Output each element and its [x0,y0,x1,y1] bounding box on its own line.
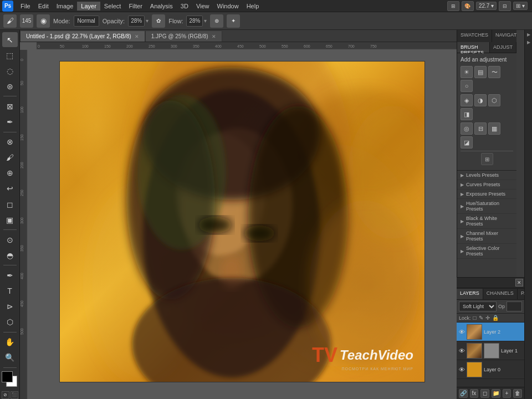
exposure-icon[interactable]: ○ [461,80,473,92]
eyedropper-tool[interactable]: ✒ [2,115,18,130]
layer-item-0[interactable]: 👁 Layer 0 [457,360,524,379]
curves-icon[interactable]: 〜 [488,66,500,78]
brightness-contrast-icon[interactable]: ☀ [461,66,473,78]
zoom-tool[interactable]: 🔍 [2,350,18,365]
zoom-dropdown[interactable]: 22.7 ▾ [476,2,497,10]
flow-arrow[interactable]: ▾ [204,18,207,24]
preset-selective-color[interactable]: ▶ Selective Color Presets [457,244,516,259]
color-lookup-icon[interactable]: ▦ [488,122,500,135]
canvas-tab-secondary[interactable]: 1.JPG @ 25% (RGB/8) ✕ [145,30,222,42]
layout-dropdown[interactable]: ⊞ ▾ [513,2,528,10]
black-white-icon[interactable]: ◨ [461,108,473,120]
brush-size-icon[interactable]: 145 [20,14,33,28]
preset-bw[interactable]: ▶ Black & White Presets [457,214,516,229]
shape-tool[interactable]: ⬡ [2,315,18,330]
invert-icon[interactable]: ◪ [461,136,473,149]
preset-hue-sat[interactable]: ▶ Hue/Saturation Presets [457,199,516,214]
dodge-tool[interactable]: ◓ [2,248,18,263]
photo-filter-icon[interactable]: ◎ [461,122,473,135]
layer-item-2[interactable]: 👁 Layer 2 [457,323,524,341]
quick-select-tool[interactable]: ⊛ [2,79,18,94]
side-collapse-mid-btn[interactable]: ▶ [525,40,532,47]
marquee-tool[interactable]: ⬚ [2,48,18,63]
tab-layers[interactable]: LAYERS [457,289,483,299]
new-layer-btn[interactable]: + [503,389,511,398]
tab-swatches[interactable]: SWATCHES [457,30,492,42]
adj-icon-1[interactable]: ⊞ [481,153,493,165]
layer-0-eye[interactable]: 👁 [459,366,465,373]
add-style-btn[interactable]: fx [470,389,479,398]
brush-hardness-icon[interactable]: ◉ [37,14,50,28]
menu-filter[interactable]: Filter [125,2,146,11]
vibrance-icon[interactable]: ◈ [461,94,473,106]
brush-preset-icon-btn[interactable]: ⊞ [447,1,459,11]
blur-tool[interactable]: ⊙ [2,232,18,247]
menu-layer[interactable]: Layer [77,2,100,11]
tab-navigator[interactable]: NAVIGATOR [492,30,516,42]
opacity-input[interactable] [128,16,145,27]
airbrush-icon[interactable]: ✿ [152,14,165,28]
lock-image-icon[interactable]: ✎ [479,315,483,321]
preset-exposure[interactable]: ▶ Exposure Presets [457,190,516,199]
panel-close-btn[interactable]: ✕ [515,279,523,287]
channel-mixer-icon[interactable]: ⊟ [474,122,487,135]
menu-image[interactable]: Image [53,2,78,11]
type-tool[interactable]: T [2,284,18,299]
quick-mask-icon[interactable]: ⊘ [2,391,9,399]
opacity-arrow[interactable]: ▾ [146,18,149,24]
link-layers-btn[interactable]: 🔗 [459,389,468,398]
tab-channels[interactable]: CHANNELS [483,289,518,299]
tab-adjust[interactable]: ADJUST [490,42,516,53]
levels-icon[interactable]: ▤ [474,66,487,78]
menu-view[interactable]: View [192,2,213,11]
foreground-color-swatch[interactable] [2,371,13,382]
pen-tool[interactable]: ✒ [2,268,18,283]
menu-analysis[interactable]: Analysis [146,2,177,11]
menu-window[interactable]: Window [213,2,243,11]
clone-icon[interactable]: ✦ [227,14,240,28]
canvas-tab-close-secondary[interactable]: ✕ [212,34,216,39]
path-select-tool[interactable]: ⊳ [2,299,18,314]
brush-tool[interactable]: 🖌 [2,150,18,165]
eraser-tool[interactable]: ◻ [2,197,18,212]
canvas-tab-active[interactable]: Untitled - 1.psd @ 22.7% (Layer 2, RGB/8… [20,30,145,42]
new-group-btn[interactable]: 📁 [492,389,500,398]
hand-tool[interactable]: ✋ [2,335,18,350]
tab-brush-presets[interactable]: BRUSH PRESETS [457,42,490,53]
menu-edit[interactable]: Edit [34,2,53,11]
canvas-tab-close-active[interactable]: ✕ [135,34,139,39]
menu-file[interactable]: File [17,2,34,11]
menu-help[interactable]: Help [243,2,263,11]
screen-mode-icon[interactable]: ⬛ [11,391,18,399]
layer-1-eye[interactable]: 👁 [459,347,465,354]
color-picker-icon-btn[interactable]: 🎨 [462,1,474,11]
menu-3d[interactable]: 3D [177,2,192,11]
canvas-scroll[interactable]: 0 50 100 150 200 250 300 350 400 450 500… [20,42,457,399]
lock-all-icon[interactable]: 🔒 [492,315,499,321]
lock-position-icon[interactable]: ✛ [485,315,490,321]
mode-dropdown[interactable]: Normal [74,16,99,27]
lasso-tool[interactable]: ◌ [2,63,18,78]
brush-tool-icon[interactable]: 🖌 [3,14,17,28]
clone-stamp-tool[interactable]: ⊕ [2,166,18,181]
menu-select[interactable]: Select [100,2,125,11]
crop-tool[interactable]: ⊠ [2,99,18,114]
flow-input[interactable] [186,16,203,27]
color-balance-icon[interactable]: ⬡ [488,94,500,106]
image-canvas[interactable]: TV TeachVideo ПОСМОТРИ КАК МЕНЯЮТ МИР [59,61,425,382]
layer-2-eye[interactable]: 👁 [459,329,465,335]
blend-mode-dropdown[interactable]: Soft Light [459,301,497,311]
preset-levels[interactable]: ▶ Levels Presets [457,171,516,180]
hue-saturation-icon[interactable]: ◑ [474,94,487,106]
layer-item-1[interactable]: 👁 Layer 1 [457,341,524,360]
lock-transparent-icon[interactable]: □ [473,315,477,321]
preset-curves[interactable]: ▶ Curves Presets [457,180,516,190]
tablet-icon[interactable]: ⊕ [210,14,223,28]
gradient-tool[interactable]: ▣ [2,212,18,227]
arrange-icon-btn[interactable]: ⊟ [499,1,511,11]
delete-layer-btn[interactable]: 🗑 [513,389,522,398]
move-tool[interactable]: ↖ [2,32,18,47]
history-brush-tool[interactable]: ↩ [2,181,18,196]
add-mask-btn[interactable]: ◻ [480,389,489,398]
side-collapse-top-btn[interactable]: ▶ [525,32,532,39]
